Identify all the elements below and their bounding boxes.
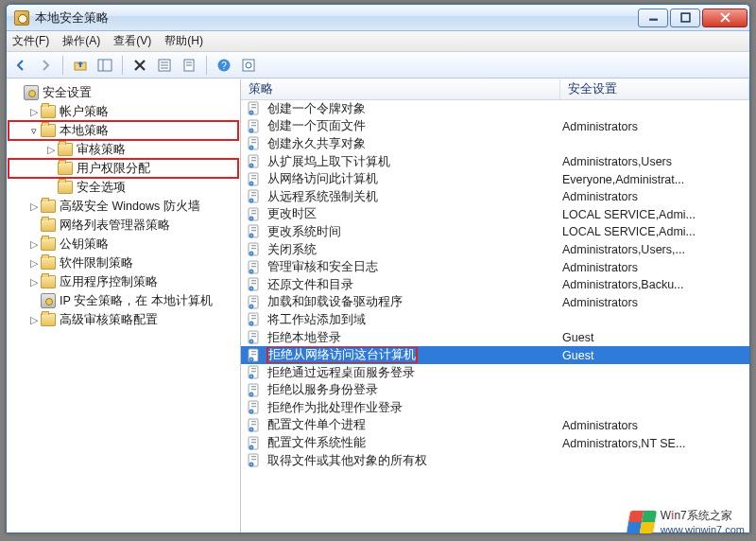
menu-bar: 文件(F) 操作(A) 查看(V) 帮助(H) (7, 31, 749, 52)
policy-name: 拒绝从网络访问这台计算机 (267, 347, 417, 363)
svg-rect-55 (251, 248, 256, 249)
svg-rect-71 (251, 318, 256, 319)
tree-item[interactable]: 本地策略 (9, 121, 238, 140)
svg-point-65 (249, 305, 253, 308)
minimize-button[interactable] (638, 9, 668, 27)
policy-row[interactable]: 配置文件单个进程Administrators (241, 417, 749, 435)
tree-twisty-icon[interactable] (27, 201, 41, 212)
tree-item-label: 用户权限分配 (77, 161, 150, 177)
policy-row[interactable]: 创建一个令牌对象 (241, 100, 749, 118)
policy-row[interactable]: 拒绝通过远程桌面服务登录 (241, 364, 749, 382)
menu-help[interactable]: 帮助(H) (164, 33, 203, 49)
tree-item[interactable]: 用户权限分配 (9, 159, 238, 178)
refresh-button[interactable] (238, 55, 259, 76)
properties-button[interactable] (179, 55, 199, 76)
menu-view[interactable]: 查看(V) (113, 33, 151, 49)
policy-row[interactable]: 还原文件和目录Administrators,Backu... (241, 276, 749, 294)
tree-item[interactable]: 安全选项 (9, 178, 238, 197)
policy-row[interactable]: 拒绝本地登录Guest (241, 329, 749, 347)
policy-setting: Administrators,Backu... (560, 278, 749, 291)
tree-item[interactable]: 网络列表管理器策略 (9, 216, 238, 235)
tree-pane[interactable]: 安全设置 帐户策略本地策略审核策略用户权限分配安全选项高级安全 Windows … (7, 79, 241, 532)
policy-row[interactable]: 更改系统时间LOCAL SERVICE,Admi... (241, 223, 749, 241)
up-one-level-button[interactable] (70, 55, 91, 76)
app-window: 本地安全策略 文件(F) 操作(A) 查看(V) 帮助(H) (6, 4, 750, 533)
policy-row[interactable]: 加载和卸载设备驱动程序Administrators (241, 294, 749, 312)
policy-row[interactable]: 创建永久共享对象 (241, 135, 749, 153)
policy-setting: Guest (560, 331, 749, 344)
tree-twisty-icon[interactable] (44, 144, 58, 155)
toolbar-separator (122, 56, 123, 75)
policy-icon (247, 207, 262, 222)
help-icon: ? (216, 58, 232, 73)
policy-row[interactable]: 从网络访问此计算机Everyone,Administrat... (241, 170, 749, 188)
policy-name: 管理审核和安全日志 (267, 259, 378, 275)
tree-twisty-icon[interactable] (27, 314, 41, 325)
help-button[interactable]: ? (214, 55, 234, 76)
svg-rect-67 (251, 301, 256, 302)
policy-name: 配置文件系统性能 (267, 435, 366, 451)
tree-item[interactable]: 帐户策略 (9, 102, 238, 121)
column-setting[interactable]: 安全设置 (560, 79, 749, 99)
tree-item[interactable]: 公钥策略 (9, 235, 238, 253)
policy-icon (247, 453, 262, 468)
policy-row[interactable]: 关闭系统Administrators,Users,... (241, 241, 749, 259)
svg-rect-50 (251, 227, 256, 228)
tree-twisty-icon[interactable] (27, 106, 41, 117)
tree-item[interactable]: 审核策略 (9, 140, 238, 159)
policy-row[interactable]: 从远程系统强制关机Administrators (241, 188, 749, 206)
svg-rect-59 (251, 266, 256, 267)
policy-list[interactable]: 创建一个令牌对象创建一个页面文件Administrators创建永久共享对象从扩… (241, 100, 749, 532)
nav-back-button[interactable] (10, 55, 31, 76)
policy-row[interactable]: 更改时区LOCAL SERVICE,Admi... (241, 206, 749, 224)
policy-icon (247, 242, 262, 257)
policy-name: 取得文件或其他对象的所有权 (267, 453, 427, 469)
policy-name: 创建一个令牌对象 (267, 101, 366, 117)
svg-point-33 (249, 164, 253, 167)
policy-setting: Guest (560, 349, 749, 362)
tree-twisty-icon[interactable] (27, 257, 41, 269)
arrow-left-icon (13, 58, 28, 73)
policy-row[interactable]: 拒绝以服务身份登录 (241, 382, 749, 400)
nav-forward-button[interactable] (35, 55, 56, 76)
svg-text:?: ? (221, 61, 227, 71)
policy-row[interactable]: 从扩展坞上取下计算机Administrators,Users (241, 153, 749, 171)
tree-item[interactable]: IP 安全策略，在 本地计算机 (9, 291, 238, 310)
menu-action[interactable]: 操作(A) (62, 33, 100, 49)
tree-item-label: 安全选项 (77, 180, 126, 196)
svg-point-25 (249, 129, 253, 132)
policy-row[interactable]: 管理审核和安全日志Administrators (241, 258, 749, 276)
show-hide-tree-button[interactable] (94, 55, 115, 76)
svg-rect-31 (251, 142, 256, 143)
svg-rect-70 (251, 315, 256, 316)
policy-row[interactable]: 创建一个页面文件Administrators (241, 118, 749, 136)
policy-row[interactable]: 将工作站添加到域 (241, 311, 749, 329)
tree-item[interactable]: 高级安全 Windows 防火墙 (9, 197, 238, 216)
tree-item[interactable]: 软件限制策略 (9, 253, 238, 272)
tree-item[interactable]: 应用程序控制策略 (9, 272, 238, 291)
folder-icon (58, 143, 73, 156)
menu-file[interactable]: 文件(F) (12, 33, 49, 49)
policy-row[interactable]: 取得文件或其他对象的所有权 (241, 452, 749, 470)
tree-item[interactable]: 高级审核策略配置 (9, 310, 238, 329)
svg-rect-58 (251, 263, 256, 264)
policy-icon (247, 436, 262, 451)
tree-twisty-icon[interactable] (27, 276, 41, 288)
title-bar: 本地安全策略 (7, 5, 749, 31)
svg-rect-99 (251, 442, 256, 443)
tree-twisty-icon[interactable] (27, 238, 41, 250)
delete-button[interactable] (129, 55, 150, 76)
tree-root[interactable]: 安全设置 (9, 83, 238, 102)
policy-row[interactable]: 拒绝从网络访问这台计算机Guest (241, 346, 749, 364)
policy-row[interactable]: 配置文件系统性能Administrators,NT SE... (241, 434, 749, 452)
svg-rect-74 (251, 333, 256, 334)
svg-rect-27 (251, 125, 256, 126)
maximize-button[interactable] (670, 9, 700, 27)
column-policy[interactable]: 策略 (241, 79, 560, 99)
close-button[interactable] (702, 9, 747, 27)
security-settings-icon (24, 85, 39, 100)
tree-twisty-icon[interactable] (27, 125, 41, 136)
svg-rect-82 (251, 368, 256, 369)
export-list-button[interactable] (154, 55, 175, 76)
policy-row[interactable]: 拒绝作为批处理作业登录 (241, 399, 749, 417)
